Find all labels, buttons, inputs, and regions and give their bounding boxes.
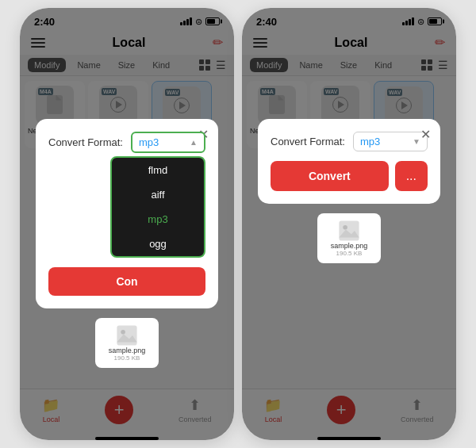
modal-box-left: ✕ Convert Format: mp3 ▲ flmd aiff mp3 og… <box>36 119 218 308</box>
modal-format-row-left: Convert Format: mp3 ▲ <box>48 132 205 153</box>
modal-buttons-left: Con <box>48 267 205 296</box>
dropdown-item-ogg[interactable]: ogg <box>112 232 204 256</box>
modal-overlay-left: ✕ Convert Format: mp3 ▲ flmd aiff mp3 og… <box>20 8 234 440</box>
dropdown-item-mp3[interactable]: mp3 <box>112 207 204 232</box>
bottom-file-right: sample.png 190.5 KB <box>317 213 381 263</box>
chevron-down-icon-right: ▼ <box>413 137 420 146</box>
left-phone: 2:40 ⊜ Local ✏ M <box>20 8 234 440</box>
convert-btn-right[interactable]: Convert <box>271 161 389 191</box>
dropdown-list-left[interactable]: flmd aiff mp3 ogg <box>110 156 205 258</box>
dropdown-item-aiff[interactable]: aiff <box>112 182 204 207</box>
bottom-file-name-right: sample.png <box>331 242 368 250</box>
sample-png-icon-right <box>338 220 360 242</box>
dropdown-container-left: flmd aiff mp3 ogg <box>48 156 205 258</box>
phones-container: 2:40 ⊜ Local ✏ M <box>12 0 464 448</box>
format-select-left[interactable]: mp3 ▲ <box>131 132 205 153</box>
sample-png-icon-left <box>116 324 138 347</box>
svg-point-14 <box>343 225 347 230</box>
convert-btn-left[interactable]: Con <box>48 267 205 296</box>
svg-point-6 <box>121 330 125 335</box>
bottom-file-size-left: 190.5 KB <box>114 354 140 362</box>
modal-box-right: ✕ Convert Format: mp3 ▼ Convert ... <box>258 119 440 204</box>
modal-format-label-left: Convert Format: <box>48 136 123 148</box>
chevron-down-icon-left: ▲ <box>190 138 198 147</box>
bottom-file-name-left: sample.png <box>109 347 146 354</box>
format-value-left: mp3 <box>139 136 159 148</box>
format-value-right: mp3 <box>360 136 380 147</box>
dropdown-item-flmd[interactable]: flmd <box>112 158 204 182</box>
bottom-file-size-right: 190.5 KB <box>336 250 363 257</box>
modal-buttons-right: Convert ... <box>271 161 428 191</box>
bottom-file-left: sample.png 190.5 KB <box>95 318 159 368</box>
modal-format-row-right: Convert Format: mp3 ▼ <box>271 132 428 151</box>
modal-overlay-right: ✕ Convert Format: mp3 ▼ Convert ... <box>242 8 456 440</box>
svg-rect-13 <box>339 220 359 240</box>
svg-rect-5 <box>117 325 136 345</box>
right-phone: 2:40 ⊜ Local ✏ M <box>242 8 456 440</box>
modal-close-right[interactable]: ✕ <box>420 127 431 142</box>
format-select-right[interactable]: mp3 ▼ <box>353 132 428 151</box>
modal-format-label-right: Convert Format: <box>271 136 345 147</box>
more-btn-right[interactable]: ... <box>395 161 428 191</box>
